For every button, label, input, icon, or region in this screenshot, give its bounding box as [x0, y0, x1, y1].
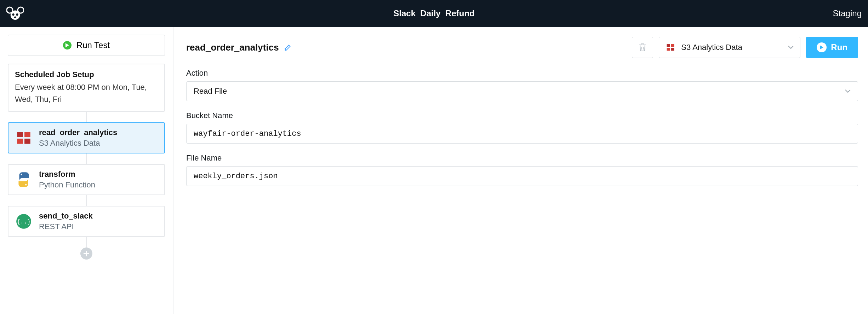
svg-rect-17 [671, 48, 674, 51]
workflow-sidebar: Run Test Scheduled Job Setup Every week … [0, 27, 173, 314]
svg-rect-9 [24, 139, 30, 144]
run-test-button[interactable]: Run Test [8, 35, 165, 56]
svg-point-3 [12, 13, 14, 16]
svg-point-2 [11, 10, 20, 20]
play-icon [63, 41, 72, 50]
svg-point-4 [16, 13, 18, 16]
action-select[interactable]: Read File [186, 81, 858, 101]
action-label: Action [186, 69, 858, 78]
step-send-to-slack[interactable]: {..} send_to_slack REST API [8, 206, 165, 237]
svg-point-10 [21, 174, 22, 175]
connector-line [86, 237, 87, 248]
step-transform[interactable]: transform Python Function [8, 164, 165, 195]
play-icon [817, 42, 827, 52]
schedule-title: Scheduled Job Setup [15, 70, 158, 79]
edit-title-icon[interactable] [284, 43, 292, 51]
chevron-down-icon [788, 46, 794, 49]
file-name-input[interactable] [186, 166, 858, 186]
python-icon [15, 171, 33, 188]
aws-icon [666, 42, 675, 52]
connector-line [86, 112, 87, 122]
step-name: send_to_slack [39, 211, 93, 221]
svg-rect-7 [24, 132, 30, 138]
bucket-label: Bucket Name [186, 111, 858, 120]
run-label: Run [831, 42, 847, 52]
action-value: Read File [194, 87, 227, 96]
connection-selector[interactable]: S3 Analytics Data [659, 37, 800, 58]
step-subtitle: Python Function [39, 180, 95, 190]
schedule-panel[interactable]: Scheduled Job Setup Every week at 08:00 … [8, 64, 165, 112]
workflow-title: Slack_Daily_Refund [393, 8, 474, 18]
step-subtitle: S3 Analytics Data [39, 139, 117, 148]
connector-line [86, 153, 87, 164]
svg-point-11 [25, 184, 27, 186]
svg-rect-8 [17, 139, 23, 144]
svg-text:{..}: {..} [17, 218, 31, 225]
file-label: File Name [186, 153, 858, 163]
bucket-name-input[interactable] [186, 124, 858, 144]
app-logo[interactable] [6, 6, 24, 21]
run-test-label: Run Test [76, 40, 110, 50]
connection-label: S3 Analytics Data [681, 43, 742, 52]
step-detail-panel: read_order_analytics [173, 27, 868, 314]
environment-label[interactable]: Staging [833, 8, 862, 18]
run-step-button[interactable]: Run [806, 37, 858, 58]
step-read-order-analytics[interactable]: read_order_analytics S3 Analytics Data [8, 122, 165, 153]
step-name: read_order_analytics [39, 128, 117, 137]
app-header: Slack_Daily_Refund Staging [0, 0, 868, 27]
delete-step-button[interactable] [632, 37, 653, 58]
svg-rect-14 [667, 44, 670, 47]
step-title: read_order_analytics [186, 42, 279, 53]
svg-rect-15 [671, 44, 674, 47]
svg-rect-6 [17, 132, 23, 138]
connector-line [86, 195, 87, 206]
step-subtitle: REST API [39, 222, 93, 231]
step-name: transform [39, 170, 95, 179]
svg-rect-16 [667, 48, 670, 51]
schedule-description: Every week at 08:00 PM on Mon, Tue, Wed,… [15, 81, 158, 105]
rest-api-icon: {..} [15, 213, 33, 230]
svg-point-5 [14, 17, 16, 18]
chevron-down-icon [845, 89, 851, 93]
aws-icon [15, 129, 33, 147]
add-step-button[interactable] [80, 248, 92, 260]
